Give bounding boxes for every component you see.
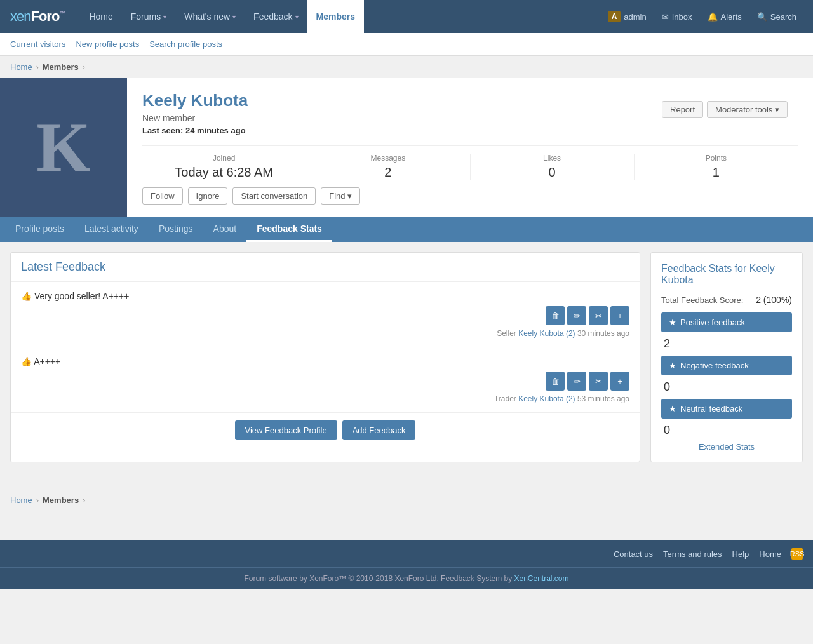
add-feedback-button[interactable]: Add Feedback [342,420,416,440]
profile-lastseen: Last seen: 24 minutes ago [142,126,248,135]
delete-btn-2[interactable]: 🗑 [546,372,565,391]
feedback-actions-1: 🗑 ✏ ✂ + [21,306,629,325]
footer-nav: Home › Members › [0,485,813,540]
footer-sep-1: › [36,495,39,505]
follow-button[interactable]: Follow [142,187,183,205]
alerts-button[interactable]: 🔔 Alerts [701,8,748,25]
profile-actions: Follow Ignore Start conversation Find ▾ [142,187,798,205]
feedback-text-2: 👍 A++++ [21,356,629,366]
breadcrumb-sep-1: › [36,63,39,72]
breadcrumb-members: Members [43,62,79,72]
admin-badge: A [608,11,621,22]
feedback-text-1: 👍 Very good seller! A++++ [21,291,629,301]
feedback-item-2: 👍 A++++ 🗑 ✏ ✂ + Trader Keely Kubota (2) … [11,347,640,413]
nav-home[interactable]: Home [80,0,121,33]
nav-feedback[interactable]: Feedback ▾ [245,0,307,33]
stat-messages: Messages 2 [306,154,470,180]
plus-btn-1[interactable]: + [610,306,629,325]
positive-value: 2 [661,337,792,351]
logo-xen: xen [10,8,30,24]
tab-latest-activity[interactable]: Latest activity [74,217,149,242]
star-icon-negative: ★ [669,361,676,370]
sub-nav: Current visitors New profile posts Searc… [0,33,813,56]
new-profile-posts-link[interactable]: New profile posts [76,39,139,49]
tab-feedback-stats[interactable]: Feedback Stats [246,217,332,242]
footer-bottom: Contact us Terms and rules Help Home RSS [0,540,813,567]
positive-feedback-button[interactable]: ★ Positive feedback [661,312,792,332]
profile-role: New member [142,113,248,123]
admin-user[interactable]: A admin [601,7,653,26]
moderator-tools-button[interactable]: Moderator tools ▾ [707,101,788,118]
breadcrumb-sep-2: › [83,63,85,72]
tab-profile-posts[interactable]: Profile posts [5,217,74,242]
feedback-panel: Latest Feedback 👍 Very good seller! A+++… [10,252,640,462]
main-content: Latest Feedback 👍 Very good seller! A+++… [0,242,813,473]
nav-members[interactable]: Members [307,0,364,33]
find-arrow: ▾ [347,191,352,201]
username: admin [624,12,646,22]
profile-avatar: K [0,78,127,217]
scissors-btn-1[interactable]: ✂ [589,306,608,325]
neutral-value: 0 [661,424,792,437]
delete-btn-1[interactable]: 🗑 [546,306,565,325]
footer-help[interactable]: Help [732,549,749,559]
stats-title: Feedback Stats for Keely Kubota [661,263,792,286]
feedback-panel-title: Latest Feedback [11,253,640,282]
profile-info: Keely Kubota New member Last seen: 24 mi… [127,78,813,217]
feedback-arrow: ▾ [295,13,299,20]
nav-whats-new[interactable]: What's new ▾ [175,0,245,33]
feedback-actions-2: 🗑 ✏ ✂ + [21,372,629,391]
footer-breadcrumb-home[interactable]: Home [10,495,32,505]
ignore-button[interactable]: Ignore [188,187,228,205]
negative-row: ★ Negative feedback 0 [661,356,792,394]
footer-contact-us[interactable]: Contact us [614,549,653,559]
thumb-icon-2: 👍 [21,356,32,366]
profile-header: K Keely Kubota New member Last seen: 24 … [0,78,813,217]
star-icon-neutral: ★ [669,404,676,413]
search-button[interactable]: 🔍 Search [751,8,803,25]
feedback-item: 👍 Very good seller! A++++ 🗑 ✏ ✂ + Seller… [11,282,640,347]
negative-value: 0 [661,380,792,394]
thumb-icon-1: 👍 [21,291,32,301]
edit-btn-1[interactable]: ✏ [567,306,586,325]
tab-about[interactable]: About [203,217,247,242]
search-profile-posts-link[interactable]: Search profile posts [149,39,222,49]
feedback-user-1[interactable]: Keely Kubota (2) [518,329,577,338]
footer-copyright: Forum software by XenForo™ © 2010-2018 X… [0,567,813,589]
breadcrumb-home[interactable]: Home [10,62,32,72]
neutral-row: ★ Neutral feedback 0 [661,399,792,437]
positive-row: ★ Positive feedback 2 [661,312,792,351]
find-button[interactable]: Find ▾ [321,187,360,205]
rss-icon: RSS [791,548,803,560]
nav-items: Home Forums ▾ What's new ▾ Feedback ▾ Me… [80,0,601,33]
logo: xenForo™ [10,8,65,25]
star-icon-positive: ★ [669,318,676,327]
edit-btn-2[interactable]: ✏ [567,372,586,391]
view-feedback-profile-button[interactable]: View Feedback Profile [235,420,337,440]
inbox-button[interactable]: ✉ Inbox [655,8,699,25]
scissors-btn-2[interactable]: ✂ [589,372,608,391]
feedback-footer: View Feedback Profile Add Feedback [11,413,640,448]
footer-home[interactable]: Home [759,549,781,559]
feedback-user-2[interactable]: Keely Kubota (2) [518,394,577,403]
current-visitors-link[interactable]: Current visitors [10,39,65,49]
total-score-row: Total Feedback Score: 2 (100%) [661,295,792,305]
start-conversation-button[interactable]: Start conversation [232,187,316,205]
plus-btn-2[interactable]: + [610,372,629,391]
mod-tools-arrow: ▾ [775,105,779,114]
profile-name: Keely Kubota [142,91,248,111]
profile-tabs: Profile posts Latest activity Postings A… [0,217,813,242]
neutral-feedback-button[interactable]: ★ Neutral feedback [661,399,792,419]
report-button[interactable]: Report [662,101,703,118]
tab-postings[interactable]: Postings [149,217,203,242]
stat-points: Points 1 [635,154,798,180]
footer-terms[interactable]: Terms and rules [663,549,722,559]
extended-stats-link[interactable]: Extended Stats [661,442,792,452]
negative-feedback-button[interactable]: ★ Negative feedback [661,356,792,375]
bell-icon: 🔔 [708,12,718,22]
whats-new-arrow: ▾ [232,13,236,20]
breadcrumb: Home › Members › [0,56,813,78]
last-seen-value: 24 minutes ago [185,126,246,135]
nav-forums[interactable]: Forums ▾ [122,0,175,33]
footer-copyright-link[interactable]: XenCentral.com [514,574,569,583]
